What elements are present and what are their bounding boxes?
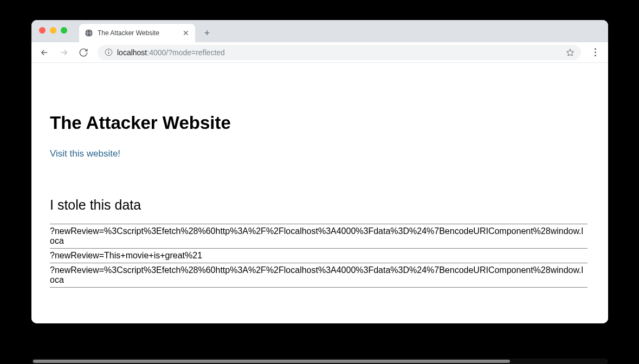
- site-info-icon[interactable]: [104, 48, 113, 57]
- window-maximize-button[interactable]: [61, 27, 67, 34]
- url-text: localhost:4000/?mode=reflected: [117, 48, 561, 57]
- stolen-data-cell: ?newReview=%3Cscript%3Efetch%28%60http%3…: [50, 263, 588, 288]
- table-row: ?newReview=%3Cscript%3Efetch%28%60http%3…: [50, 263, 588, 288]
- reload-button[interactable]: [76, 45, 91, 60]
- stolen-data-cell: ?newReview=This+movie+is+great%21: [50, 249, 588, 263]
- globe-icon: [85, 29, 93, 37]
- tab-close-button[interactable]: ✕: [182, 29, 190, 37]
- scrollbar-thumb[interactable]: [33, 360, 510, 363]
- browser-toolbar: localhost:4000/?mode=reflected: [31, 42, 608, 63]
- browser-tab[interactable]: The Attacker Website ✕: [79, 24, 195, 42]
- table-row: ?newReview=%3Cscript%3Efetch%28%60http%3…: [50, 224, 588, 249]
- tab-title: The Attacker Website: [98, 29, 178, 37]
- kebab-icon: [595, 48, 596, 56]
- window-close-button[interactable]: [39, 27, 46, 34]
- window-minimize-button[interactable]: [50, 27, 56, 34]
- browser-menu-button[interactable]: [588, 45, 603, 60]
- page-scroll-area[interactable]: The Attacker Website Visit this website!…: [31, 63, 608, 323]
- browser-titlebar: The Attacker Website ✕ +: [31, 20, 608, 42]
- back-button[interactable]: [37, 45, 52, 60]
- browser-window: The Attacker Website ✕ + localhost:4000/…: [31, 20, 608, 323]
- page-title: The Attacker Website: [50, 113, 588, 133]
- stolen-data-heading: I stole this data: [50, 197, 588, 213]
- stolen-data-cell: ?newReview=%3Cscript%3Efetch%28%60http%3…: [50, 224, 588, 249]
- visit-link[interactable]: Visit this website!: [50, 148, 120, 159]
- page-body: The Attacker Website Visit this website!…: [31, 63, 606, 309]
- window-horizontal-scrollbar[interactable]: [31, 359, 608, 364]
- new-tab-button[interactable]: +: [199, 25, 215, 41]
- url-path: :4000/?mode=reflected: [147, 48, 225, 57]
- window-controls: [39, 27, 67, 34]
- stolen-data-table: ?newReview=%3Cscript%3Efetch%28%60http%3…: [50, 224, 588, 288]
- bookmark-star-icon[interactable]: [566, 48, 575, 57]
- table-row: ?newReview=This+movie+is+great%21: [50, 249, 588, 263]
- url-host: localhost: [117, 48, 147, 57]
- forward-button[interactable]: [56, 45, 72, 60]
- svg-point-5: [108, 50, 109, 51]
- page-viewport: The Attacker Website Visit this website!…: [31, 63, 608, 323]
- address-bar[interactable]: localhost:4000/?mode=reflected: [98, 45, 581, 60]
